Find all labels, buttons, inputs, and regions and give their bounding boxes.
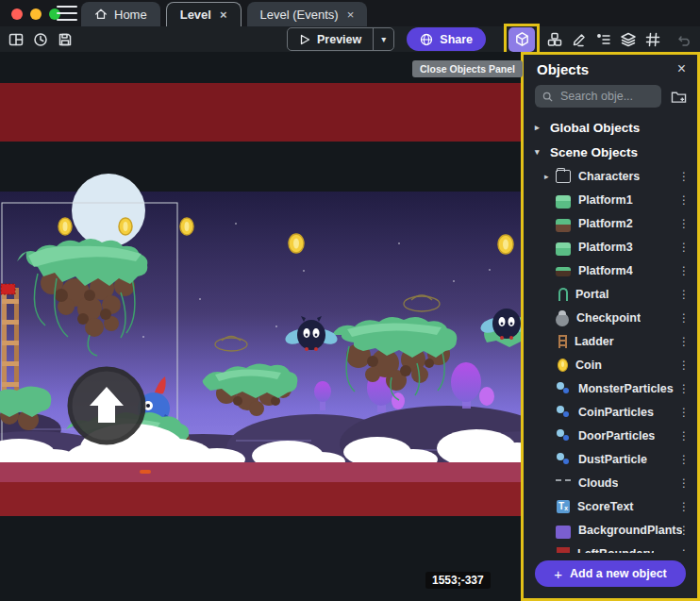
platform-mossy-icon (556, 219, 571, 232)
particles-icon (556, 453, 571, 466)
history-icon[interactable] (28, 27, 53, 52)
object-label: Clouds (578, 476, 618, 490)
platform-dark-icon (556, 267, 571, 276)
toolbar: Preview ▾ Share (0, 26, 700, 52)
home-icon (94, 8, 108, 21)
flag (1, 284, 15, 294)
kebab-menu-icon[interactable]: ⋮ (678, 241, 690, 254)
kebab-menu-icon[interactable]: ⋮ (678, 170, 690, 183)
plants-bar-icon (556, 526, 571, 539)
project-manager-icon[interactable] (4, 27, 28, 52)
kebab-menu-icon[interactable]: ⋮ (678, 311, 690, 325)
particles-icon (556, 429, 571, 442)
tab-label: Level (180, 8, 211, 22)
kebab-menu-icon[interactable]: ⋮ (678, 500, 690, 513)
search-box[interactable] (535, 85, 661, 108)
tab-label: Home (114, 8, 147, 22)
share-button[interactable]: Share (407, 27, 486, 51)
object-label: Coin (575, 359, 602, 372)
object-label: MonsterParticles (578, 382, 674, 395)
portal-icon (558, 288, 568, 301)
kebab-menu-icon[interactable]: ⋮ (678, 524, 690, 537)
layers-icon[interactable] (616, 27, 641, 52)
close-tab-icon[interactable]: × (220, 8, 227, 22)
object-row-portal[interactable]: Portal⋮ (524, 282, 697, 306)
checkpoint-icon (556, 313, 569, 326)
moon (72, 174, 145, 247)
grid-icon[interactable] (641, 27, 665, 52)
object-row-platform3[interactable]: Platform3⋮ (524, 235, 697, 259)
platform-green-icon (556, 195, 571, 209)
object-row-coinparticles[interactable]: CoinParticles⋮ (524, 400, 697, 424)
preview-label: Preview (317, 33, 361, 46)
kebab-menu-icon[interactable]: ⋮ (678, 406, 690, 419)
edit-tool-icon[interactable] (567, 27, 592, 52)
search-input[interactable] (560, 90, 654, 103)
close-panel-icon[interactable]: × (677, 60, 686, 77)
object-row-clouds[interactable]: Clouds⋮ (524, 471, 697, 494)
minimize-window-button[interactable] (30, 8, 42, 20)
tree-section-global-objects[interactable]: ▸Global Objects (524, 115, 697, 140)
share-label: Share (440, 33, 473, 46)
kebab-menu-icon[interactable]: ⋮ (678, 453, 690, 466)
kebab-menu-icon[interactable]: ⋮ (678, 193, 690, 207)
tooltip: Close Objects Panel (412, 60, 523, 77)
object-label: Ladder (575, 335, 614, 348)
undo-icon[interactable] (673, 27, 697, 52)
tab-level-events[interactable]: Level (Events) × (247, 2, 368, 26)
object-row-characters[interactable]: ▸Characters⋮ (524, 164, 697, 188)
red-square-icon (557, 547, 570, 554)
folder-icon (556, 170, 571, 183)
object-row-platform2[interactable]: Platform2⋮ (524, 211, 697, 235)
object-row-coin[interactable]: Coin⋮ (524, 353, 697, 376)
close-tab-icon[interactable]: × (347, 8, 355, 22)
tree-section-scene-objects[interactable]: ▾Scene Objects (524, 140, 697, 164)
particles-icon (556, 406, 571, 419)
object-row-platform4[interactable]: Platform4⋮ (524, 259, 697, 282)
cursor-coordinates: 1553;-337 (425, 572, 491, 589)
globe-icon (420, 33, 433, 46)
add-object-button[interactable]: + Add a new object (535, 560, 686, 587)
object-row-doorparticles[interactable]: DoorParticles⋮ (524, 424, 697, 447)
kebab-menu-icon[interactable]: ⋮ (678, 217, 690, 230)
kebab-menu-icon[interactable]: ⋮ (678, 288, 690, 301)
new-folder-icon[interactable] (669, 87, 688, 106)
object-row-platform1[interactable]: Platform1⋮ (524, 188, 697, 211)
kebab-menu-icon[interactable]: ⋮ (678, 382, 690, 395)
kebab-menu-icon[interactable]: ⋮ (678, 359, 690, 372)
ladder-icon (558, 335, 567, 348)
kebab-menu-icon[interactable]: ⋮ (678, 476, 690, 490)
jump-button[interactable] (70, 369, 143, 442)
save-icon[interactable] (53, 27, 77, 52)
close-window-button[interactable] (11, 8, 23, 20)
object-row-checkpoint[interactable]: Checkpoint⋮ (524, 306, 697, 329)
object-row-backgroundplants[interactable]: BackgroundPlants⋮ (524, 518, 697, 542)
kebab-menu-icon[interactable]: ⋮ (678, 335, 690, 348)
kebab-menu-icon[interactable]: ⋮ (678, 547, 690, 554)
dashed-line-icon (556, 479, 571, 492)
particles-icon (556, 382, 571, 395)
section-label: Global Objects (550, 121, 640, 135)
object-row-ladder[interactable]: Ladder⋮ (524, 329, 697, 353)
object-label: CoinParticles (578, 406, 654, 419)
object-row-monsterparticles[interactable]: MonsterParticles⋮ (524, 376, 697, 400)
kebab-menu-icon[interactable]: ⋮ (678, 264, 690, 277)
objects-panel-title: Objects (537, 61, 589, 77)
object-groups-icon[interactable] (542, 27, 567, 52)
menu-icon[interactable] (57, 6, 77, 21)
kebab-menu-icon[interactable]: ⋮ (678, 429, 690, 442)
properties-icon[interactable] (592, 27, 616, 52)
tab-home[interactable]: Home (81, 2, 160, 26)
objects-panel-icon[interactable] (508, 27, 535, 52)
object-row-leftboundary[interactable]: LeftBoundary⋮ (524, 542, 697, 553)
coin-icon (558, 359, 568, 372)
preview-dropdown-icon[interactable]: ▾ (374, 34, 393, 44)
tab-label: Level (Events) (260, 8, 339, 22)
object-label: DustParticle (578, 453, 647, 466)
object-row-dustparticle[interactable]: DustParticle⋮ (524, 447, 697, 471)
object-row-scoretext[interactable]: TₓScoreText⋮ (524, 494, 697, 518)
preview-button[interactable]: Preview ▾ (287, 27, 394, 51)
traffic-lights[interactable] (11, 8, 60, 20)
tab-level[interactable]: Level × (166, 2, 242, 26)
tab-bar: Home Level × Level (Events) × (0, 0, 700, 26)
